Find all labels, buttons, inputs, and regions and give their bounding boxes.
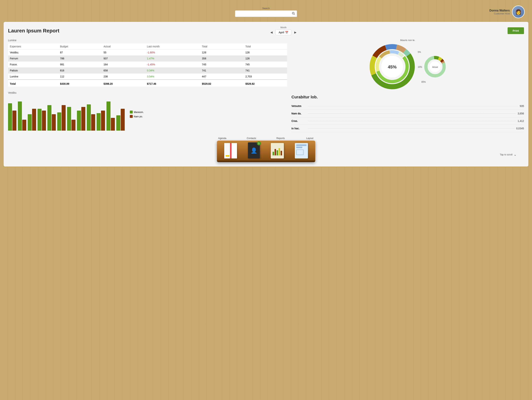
bar-green <box>116 115 120 131</box>
stat-label: Cras. <box>291 119 306 123</box>
bar-chart-with-legend: Maneom. Nam po. <box>8 96 287 132</box>
section-label: Lumine <box>8 39 287 42</box>
dock-label-layout: Layout <box>303 137 317 140</box>
cell-name: Pattuio <box>8 68 58 74</box>
search-icon[interactable] <box>292 12 295 16</box>
cell-last-month: 0.34% <box>145 68 200 74</box>
legend-item-green: Maneom. <box>130 111 144 113</box>
table-row: Vestibu. 87 55 -1.60% 126 126 <box>8 49 287 55</box>
cell-last-month: 1.47% <box>145 55 200 62</box>
table-header-row: Expenses Budget Actual Last month Total … <box>8 43 287 49</box>
legend-item-brown: Nam po. <box>130 115 144 118</box>
bar-chart-section: Vestibu <box>8 91 287 132</box>
donut-center-percent: 45% <box>388 64 397 70</box>
cell-last-month: -1.60% <box>145 49 200 55</box>
cell-total1: 358 <box>200 55 244 62</box>
bar-section-label: Vestibu <box>8 91 287 94</box>
bar-group <box>87 104 95 131</box>
next-month-button[interactable]: ▶ <box>293 30 298 35</box>
chart-title: Mauris non te. <box>400 39 415 42</box>
right-column: Mauris non te. <box>291 39 524 132</box>
table-row: Pattuio 816 658 0.34% 741 741 <box>8 68 287 74</box>
total-actual: $398.20 <box>102 80 145 87</box>
stat-value: 3,656 <box>518 112 524 115</box>
bar-brown <box>121 109 125 131</box>
stat-row: Cras. 1,412 <box>291 117 524 125</box>
search-label: Search <box>262 7 270 10</box>
bar-group <box>28 109 36 131</box>
layout-icon <box>295 143 308 159</box>
cell-budget: 87 <box>58 49 101 55</box>
bar-green <box>77 111 81 131</box>
stat-label: Vetsutm <box>291 105 306 107</box>
month-display: April 📅 <box>275 30 291 35</box>
bar-brown <box>91 114 95 131</box>
agenda-book-icon <box>224 143 237 159</box>
tap-scroll[interactable]: Tap to scroll ⌄ <box>500 152 517 157</box>
stat-dots <box>308 106 518 106</box>
bar-green <box>8 103 12 131</box>
cell-total2: 741 <box>244 68 287 74</box>
bar-green <box>97 113 101 131</box>
bar-brown <box>111 118 115 131</box>
bar-green <box>57 112 61 131</box>
bar-brown <box>22 120 26 131</box>
table-row: Fusce. 991 164 -1.45% 745 745 <box>8 62 287 68</box>
pct85-label: 85% <box>421 81 426 83</box>
chevron-down-icon: ⌄ <box>513 152 517 157</box>
col-expenses: Expenses <box>8 43 58 49</box>
dock-label-contacts: Contacts <box>244 137 259 140</box>
stat-dots <box>308 113 516 114</box>
dock-item-agenda[interactable] <box>224 143 237 159</box>
month-nav: Month ◀ April 📅 ▶ <box>269 26 298 35</box>
bar-group <box>116 109 125 131</box>
report-header: Lauren Ipsum Report Month ◀ April 📅 ▶ Pr… <box>8 26 524 35</box>
bar-group <box>57 105 66 131</box>
legend-label-green: Maneom. <box>134 111 144 113</box>
stat-dots <box>308 121 516 121</box>
bar-brown <box>13 111 16 131</box>
cell-name: Lumine <box>8 74 58 80</box>
top-bar: Search Donna Walters Customer Host 👩 <box>4 4 528 20</box>
left-column: Lumine Expenses Budget Actual Last month… <box>8 39 287 132</box>
small-donut-chart: Actual <box>423 55 447 79</box>
stat-row: Nam da. 3,656 <box>291 110 524 117</box>
content-columns: Lumine Expenses Budget Actual Last month… <box>8 39 524 132</box>
tap-scroll-label: Tap to scroll <box>500 153 513 156</box>
bar-brown <box>62 105 66 131</box>
dock-item-contacts[interactable]: 1 👤 <box>248 142 260 159</box>
legend-dot-brown <box>130 115 133 118</box>
cell-total2: 126 <box>244 55 287 62</box>
prev-month-button[interactable]: ◀ <box>269 30 274 35</box>
pct5-label: 5% <box>418 51 421 53</box>
month-value: April <box>279 31 284 34</box>
user-role: Customer Host <box>489 12 510 15</box>
bar-brown <box>71 120 76 131</box>
bar-group <box>8 103 16 131</box>
cell-budget: 991 <box>58 62 101 68</box>
bar-brown <box>42 111 46 131</box>
bar-brown <box>52 114 56 131</box>
search-input[interactable] <box>237 12 292 15</box>
dock-item-layout[interactable] <box>295 143 308 159</box>
bar-green <box>87 104 91 131</box>
cell-name: Vestibu. <box>8 49 58 55</box>
pct10-label: 10% <box>418 66 422 68</box>
cell-total2: 2,703 <box>244 74 287 80</box>
cell-actual: 55 <box>102 49 145 55</box>
bar-group <box>18 101 26 131</box>
dock-shelf: 1 👤 <box>217 141 315 162</box>
bar-group <box>47 105 56 131</box>
legend-label-brown: Nam po. <box>134 115 143 118</box>
stat-value: 0,0345 <box>516 127 524 130</box>
bar-brown <box>81 107 85 131</box>
table-row: Lumine 112 238 3.54% 447 2,703 <box>8 74 287 80</box>
total-total2: $529.82 <box>244 80 287 87</box>
cell-name: Fusce. <box>8 62 58 68</box>
col-budget: Budget <box>58 43 101 49</box>
total-label: Total <box>8 80 58 87</box>
small-donut-label: Actual <box>432 66 438 68</box>
print-button[interactable]: Print <box>507 27 524 34</box>
bar-brown <box>32 109 36 131</box>
dock-item-reports[interactable] <box>271 143 284 159</box>
